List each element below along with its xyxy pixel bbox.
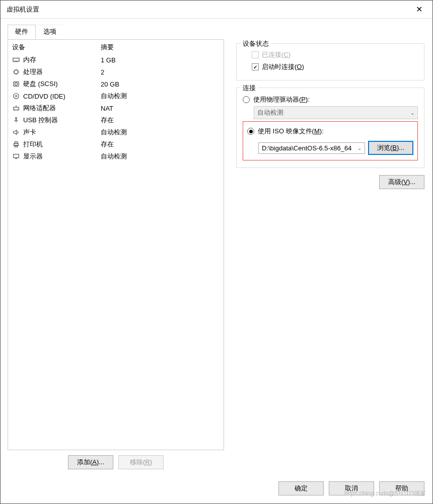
connection-title: 连接	[241, 83, 258, 93]
physical-drive-label: 使用物理驱动器(P):	[253, 95, 310, 104]
device-summary: 2	[101, 68, 104, 76]
device-name: 处理器	[23, 67, 43, 76]
device-summary: 20 GB	[101, 80, 119, 88]
device-row[interactable]: CD/DVD (IDE)自动检测	[8, 90, 224, 102]
printer-icon	[12, 140, 20, 148]
usb-icon	[12, 116, 20, 124]
device-row[interactable]: USB 控制器存在	[8, 114, 224, 126]
device-name: CD/DVD (IDE)	[23, 93, 65, 100]
ok-button[interactable]: 确定	[278, 481, 324, 495]
device-name: 硬盘 (SCSI)	[23, 79, 58, 89]
cpu-icon	[12, 68, 20, 76]
svg-point-13	[16, 96, 17, 97]
connection-group: 连接 使用物理驱动器(P): 自动检测 ⌄ 使用 ISO 映像文件(M):	[236, 88, 424, 168]
svg-point-12	[14, 94, 19, 99]
column-header-device: 设备	[12, 43, 101, 52]
tab-options[interactable]: 选项	[36, 25, 64, 39]
svg-point-18	[16, 117, 17, 119]
add-button[interactable]: 添加(A)...	[68, 455, 113, 469]
device-summary: NAT	[101, 105, 113, 112]
cd-icon	[12, 92, 20, 100]
net-icon	[12, 104, 20, 112]
display-icon	[12, 152, 20, 160]
svg-rect-5	[15, 70, 18, 74]
svg-rect-25	[14, 154, 19, 158]
cancel-button[interactable]: 取消	[329, 481, 374, 495]
column-header-summary: 摘要	[101, 43, 114, 52]
device-row[interactable]: 处理器2	[8, 66, 224, 78]
connect-at-power-checkbox[interactable]	[252, 63, 259, 70]
device-summary: 存在	[101, 140, 114, 149]
device-summary: 存在	[101, 116, 114, 125]
device-name: 声卡	[23, 128, 36, 137]
connect-at-power-label: 启动时连接(O)	[262, 62, 304, 71]
connected-label: 已连接(C)	[262, 50, 291, 59]
iso-file-radio[interactable]	[247, 128, 254, 135]
iso-path-dropdown[interactable]: D:\bigdata\CentOS-6.5-x86_64 ⌄	[258, 142, 365, 154]
chevron-down-icon: ⌄	[410, 110, 414, 116]
window-title: 虚拟机设置	[7, 5, 39, 14]
help-button[interactable]: 帮助	[379, 481, 424, 495]
device-status-group: 设备状态 已连接(C) 启动时连接(O)	[236, 43, 424, 80]
browse-button[interactable]: 浏览(B)...	[368, 141, 413, 155]
tab-hardware[interactable]: 硬件	[8, 25, 36, 39]
advanced-button[interactable]: 高级(V)...	[379, 175, 424, 189]
device-status-title: 设备状态	[241, 39, 271, 48]
device-name: 打印机	[23, 140, 43, 149]
memory-icon	[12, 56, 20, 64]
svg-point-11	[15, 82, 17, 85]
svg-rect-14	[14, 107, 19, 110]
hdd-icon	[12, 80, 20, 88]
device-row[interactable]: 打印机存在	[8, 138, 224, 150]
device-summary: 自动检测	[101, 128, 127, 137]
device-row[interactable]: 网络适配器NAT	[8, 102, 224, 114]
device-name: 网络适配器	[23, 104, 56, 113]
device-row[interactable]: 硬盘 (SCSI)20 GB	[8, 78, 224, 90]
device-name: 内存	[23, 55, 36, 64]
iso-file-label: 使用 ISO 映像文件(M):	[258, 127, 324, 136]
device-row[interactable]: 显示器自动检测	[8, 150, 224, 162]
device-summary: 自动检测	[101, 92, 127, 101]
remove-button: 移除(R)	[118, 455, 164, 469]
device-row[interactable]: 内存1 GB	[8, 54, 224, 66]
device-row[interactable]: 声卡自动检测	[8, 126, 224, 138]
svg-rect-24	[15, 145, 17, 147]
device-summary: 1 GB	[101, 56, 116, 64]
physical-drive-radio[interactable]	[243, 96, 250, 103]
svg-rect-0	[13, 58, 19, 61]
svg-rect-23	[15, 142, 17, 144]
physical-drive-dropdown: 自动检测 ⌄	[254, 106, 418, 119]
connected-checkbox	[252, 51, 259, 58]
device-name: USB 控制器	[23, 116, 58, 125]
chevron-down-icon[interactable]: ⌄	[357, 145, 362, 151]
sound-icon	[12, 128, 20, 136]
device-summary: 自动检测	[101, 152, 127, 161]
device-list: 设备 摘要 内存1 GB处理器2硬盘 (SCSI)20 GBCD/DVD (ID…	[8, 39, 224, 450]
close-icon[interactable]: ✕	[412, 3, 426, 16]
device-name: 显示器	[23, 152, 43, 161]
